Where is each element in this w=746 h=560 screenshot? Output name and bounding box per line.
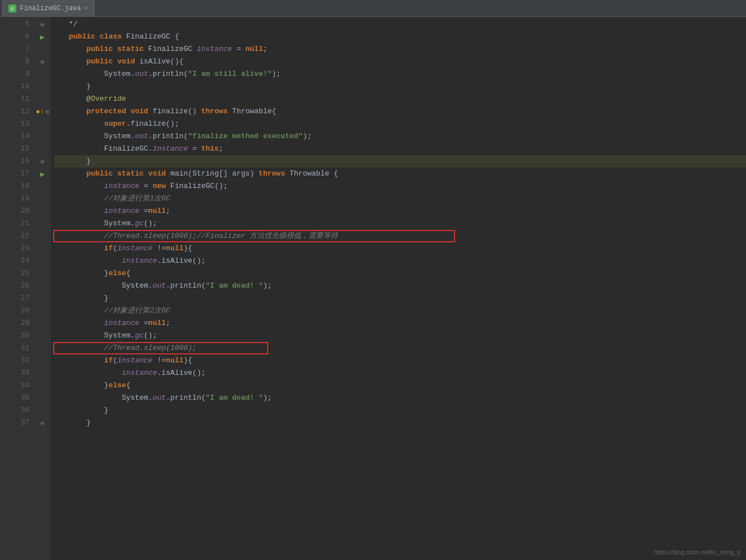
code-line-17: public static void main(String[] args) t…	[54, 168, 746, 180]
code-line-24: instance.isAlive();	[54, 255, 746, 267]
line-numbers: 5678910111213141516171819202122232425262…	[0, 17, 34, 560]
code-line-13: super.finalize();	[54, 118, 746, 130]
code-line-15: FinalizeGC.instance = this;	[54, 143, 746, 155]
code-line-8: public void isAlive(){	[54, 55, 746, 68]
code-line-37: }	[54, 417, 746, 429]
code-line-5: */	[54, 18, 746, 31]
gutter: ⊖▶⊖●↑⊖⊖▶⊖	[34, 17, 51, 560]
tab-bar: C FinalizeGC.java ×	[0, 0, 746, 17]
code-line-9: System.out.println("I am still alive!");	[54, 68, 746, 80]
code-line-35: System.out.println("I am dead! ");	[54, 392, 746, 404]
code-line-22: //Thread.sleep(1000);//Finalizer 方法优先级很低…	[54, 230, 746, 242]
tab-filename: FinalizeGC.java	[20, 5, 81, 12]
code-line-29: instance =null;	[54, 317, 746, 330]
code-line-11: @Override	[54, 93, 746, 105]
code-line-27: }	[54, 292, 746, 305]
code-line-12: protected void finalize() throws Throwab…	[54, 105, 746, 118]
code-line-23: if(instance !=null){	[54, 242, 746, 255]
code-line-16: }	[54, 155, 746, 168]
code-line-26: System.out.println("I am dead! ");	[54, 280, 746, 292]
code-line-32: if(instance !=null){	[54, 354, 746, 367]
code-line-21: System.gc();	[54, 217, 746, 230]
code-line-36: }	[54, 404, 746, 417]
code-line-7: public static FinalizeGC instance = null…	[54, 43, 746, 55]
code-line-19: //对象进行第1次GC	[54, 193, 746, 205]
code-line-28: //对象进行第2次GC	[54, 305, 746, 317]
code-area[interactable]: */ public class FinalizeGC { public stat…	[51, 17, 746, 560]
code-line-20: instance =null;	[54, 205, 746, 217]
code-line-6: public class FinalizeGC {	[54, 31, 746, 43]
watermark: https://blog.csdn.net/lu_nong_rj	[654, 549, 740, 555]
code-line-18: instance = new FinalizeGC();	[54, 180, 746, 193]
code-line-14: System.out.println("finalize method exec…	[54, 130, 746, 143]
tab-close-button[interactable]: ×	[84, 5, 88, 12]
editor-area: 5678910111213141516171819202122232425262…	[0, 17, 746, 560]
code-line-31: //Thread.sleep(1000);	[54, 342, 746, 354]
code-line-25: }else{	[54, 267, 746, 280]
tab-file-icon: C	[8, 5, 16, 12]
code-line-34: }else{	[54, 379, 746, 392]
code-line-30: System.gc();	[54, 330, 746, 342]
code-line-33: instance.isAlive();	[54, 367, 746, 379]
code-line-10: }	[54, 80, 746, 93]
tab-finalizegc[interactable]: C FinalizeGC.java ×	[2, 1, 95, 16]
